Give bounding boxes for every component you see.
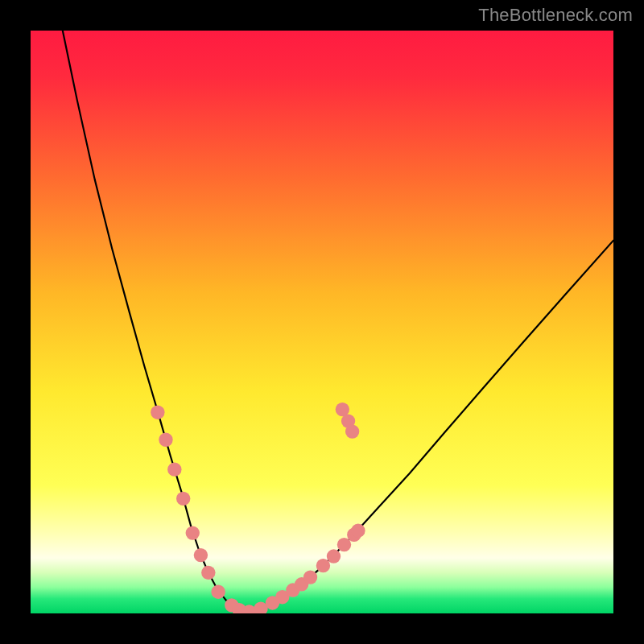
highlighted-markers [31,31,613,613]
marker-point [211,585,225,599]
attribution-watermark: TheBottleneck.com [478,5,633,26]
marker-point [337,538,351,551]
marker-point [351,524,365,538]
marker-point [194,548,208,562]
marker-point [186,526,200,539]
chart-container: TheBottleneck.com [0,0,644,644]
marker-point [159,433,172,447]
plot-area [31,31,613,613]
marker-point [167,462,181,476]
marker-point [303,570,317,584]
marker-point [176,492,190,506]
marker-point [151,406,164,419]
marker-point [201,566,215,580]
marker-point [316,559,330,572]
marker-point [327,549,341,563]
marker-point [345,424,359,438]
